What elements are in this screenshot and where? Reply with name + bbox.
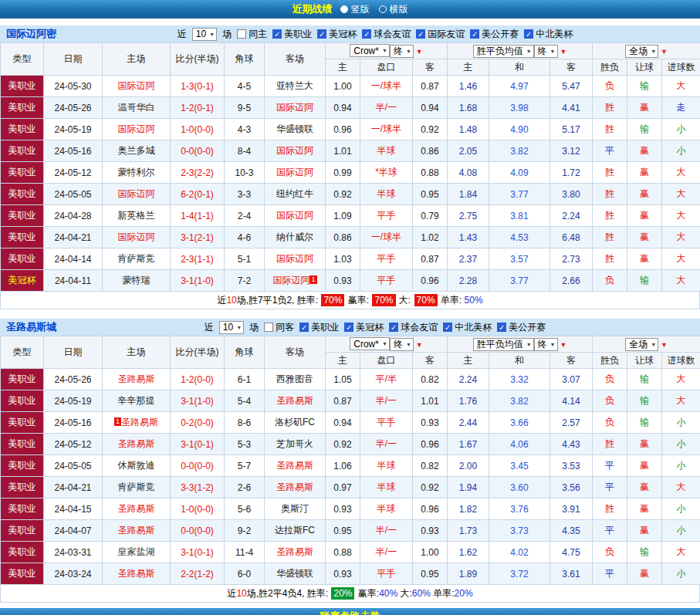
ah-home-odds: 1.00 bbox=[326, 76, 360, 97]
home-team-cell: 温哥华白 bbox=[103, 97, 171, 119]
away-team-cell: 洛杉矶FC bbox=[265, 412, 326, 434]
eu-draw-odds: 3.45 bbox=[489, 455, 550, 477]
eu-home-odds: 1.62 bbox=[448, 542, 489, 563]
ah-handicap: 半球 bbox=[360, 455, 413, 477]
odds-stage-select[interactable]: 终▼ bbox=[534, 338, 558, 351]
checkbox-icon bbox=[237, 29, 246, 39]
odds-type-select[interactable]: 胜平负均值▼ bbox=[473, 45, 534, 58]
league-filter[interactable]: ✓美公开赛 bbox=[497, 321, 546, 334]
league-filter[interactable]: ✓中北美杯 bbox=[443, 321, 492, 334]
recent-count-select[interactable]: 10▼ bbox=[192, 28, 217, 41]
league-filter[interactable]: ✓国际友谊 bbox=[416, 28, 465, 41]
ah-home-odds: 1.06 bbox=[326, 455, 360, 477]
corners-cell: 9-2 bbox=[225, 520, 265, 542]
col-header: 客场 bbox=[265, 336, 326, 369]
dropdown-arrow-icon: ▼ bbox=[550, 49, 556, 54]
goals-result-cell: 大 bbox=[662, 76, 700, 97]
date-cell: 24-04-11 bbox=[44, 270, 103, 292]
ah-handicap: 半/一 bbox=[360, 434, 413, 455]
home-team-cell: 圣路易斯 bbox=[103, 563, 171, 585]
sort-arrow-icon[interactable]: ▼ bbox=[661, 48, 668, 56]
goals-result-cell: 大 bbox=[662, 369, 700, 390]
period-select[interactable]: 全场▼ bbox=[625, 338, 658, 351]
odds-type-select[interactable]: 胜平负均值▼ bbox=[473, 338, 534, 351]
odds-group-header: 胜平负均值▼终▼▼ bbox=[448, 336, 593, 353]
away-team-cell: 圣路易斯 bbox=[265, 455, 326, 477]
bookmaker-select[interactable]: Crow*▼ bbox=[350, 44, 390, 57]
dropdown-arrow-icon: ▼ bbox=[382, 48, 387, 53]
sort-arrow-icon[interactable]: ▼ bbox=[560, 341, 567, 349]
home-team-cell: 新英格兰 bbox=[103, 205, 171, 227]
goals-result-cell: 大 bbox=[662, 184, 700, 205]
home-team-cell: 奥兰多城 bbox=[103, 140, 171, 162]
odds-group-header: Crow*▼终▼▼ bbox=[326, 336, 448, 353]
handicap-result-cell: 输 bbox=[627, 542, 662, 563]
table-row: 美职业24-05-05休斯敦迪0-0(0-0)5-7圣路易斯1.06半球0.82… bbox=[1, 455, 700, 477]
odds-stage-select[interactable]: 终▼ bbox=[390, 338, 414, 351]
league-filter[interactable]: ✓美职业 bbox=[272, 28, 312, 41]
select-value: 全场 bbox=[629, 338, 648, 351]
handicap-result-cell: 赢 bbox=[627, 248, 662, 270]
sub-col-header: 主 bbox=[326, 353, 360, 369]
league-cell: 美职业 bbox=[1, 184, 44, 205]
eu-draw-odds: 4.90 bbox=[489, 119, 550, 140]
filter-controls: 近10▼场同客✓美职业✓美冠杯✓球会友谊✓中北美杯✓美公开赛 bbox=[56, 321, 694, 334]
ah-home-odds: 1.09 bbox=[326, 205, 360, 227]
sort-arrow-icon[interactable]: ▼ bbox=[416, 341, 423, 349]
date-cell: 24-04-14 bbox=[44, 248, 103, 270]
away-team-cell: 华盛顿联 bbox=[265, 563, 326, 585]
ah-home-odds: 1.05 bbox=[326, 369, 360, 390]
date-cell: 24-04-28 bbox=[44, 205, 103, 227]
league-filter[interactable]: ✓美冠杯 bbox=[317, 28, 357, 41]
corners-cell: 5-6 bbox=[225, 498, 265, 520]
view-options: 竖版横版 bbox=[340, 3, 408, 16]
handicap-result-cell: 赢 bbox=[627, 563, 662, 585]
away-team-cell: 纽约红牛 bbox=[265, 184, 326, 205]
sort-arrow-icon[interactable]: ▼ bbox=[661, 341, 668, 349]
sub-col-header: 盘口 bbox=[360, 353, 413, 369]
corners-cell: 6-1 bbox=[225, 369, 265, 390]
team-name: 蒙特瑞 bbox=[123, 275, 150, 286]
results-table: 类型日期主场比分(半场)角球客场Crow*▼终▼▼胜平负均值▼终▼▼全场▼▼主盘… bbox=[0, 42, 700, 292]
league-cell: 美职业 bbox=[1, 205, 44, 227]
same-venue-filter[interactable]: 同主 bbox=[237, 28, 267, 41]
view-option[interactable]: 横版 bbox=[379, 3, 408, 16]
league-filter[interactable]: ✓球会友谊 bbox=[362, 28, 411, 41]
team-name: 达拉斯FC bbox=[275, 525, 315, 536]
eu-home-odds: 2.44 bbox=[448, 412, 489, 434]
goals-result-cell: 大 bbox=[662, 390, 700, 412]
col-header: 类型 bbox=[1, 43, 44, 76]
eu-home-odds: 2.75 bbox=[448, 205, 489, 227]
table-row: 美职业24-05-161圣路易斯0-2(0-0)8-6洛杉矶FC0.94平手0.… bbox=[1, 412, 700, 434]
select-value: 10 bbox=[223, 322, 233, 333]
league-filter[interactable]: ✓球会友谊 bbox=[389, 321, 438, 334]
team-name: 圣路易斯 bbox=[121, 417, 158, 427]
league-filter[interactable]: ✓中北美杯 bbox=[524, 28, 573, 41]
table-row: 美职业24-04-28新英格兰1-4(1-1)2-4国际迈阿1.09平手0.79… bbox=[1, 205, 700, 227]
league-filter[interactable]: ✓美冠杯 bbox=[344, 321, 384, 334]
recent-count-select[interactable]: 10▼ bbox=[219, 321, 244, 334]
bookmaker-select[interactable]: Crow*▼ bbox=[350, 337, 390, 350]
goals-result-cell: 大 bbox=[662, 162, 700, 184]
sub-col-header: 和 bbox=[489, 353, 550, 369]
sort-arrow-icon[interactable]: ▼ bbox=[560, 48, 567, 56]
league-filter[interactable]: ✓美公开赛 bbox=[470, 28, 519, 41]
select-value: 胜平负均值 bbox=[477, 338, 523, 351]
result-cell: 胜 bbox=[593, 227, 627, 248]
col-header: 客场 bbox=[265, 43, 326, 76]
corners-cell: 2-4 bbox=[225, 205, 265, 227]
away-team-cell: 国际迈阿 bbox=[265, 140, 326, 162]
ah-away-odds: 0.96 bbox=[413, 434, 448, 455]
view-option[interactable]: 竖版 bbox=[340, 3, 370, 16]
odds-stage-select[interactable]: 终▼ bbox=[534, 45, 558, 58]
same-venue-filter[interactable]: 同客 bbox=[264, 321, 294, 334]
team-name: 华盛顿联 bbox=[276, 568, 313, 579]
period-select[interactable]: 全场▼ bbox=[625, 45, 658, 58]
team-name: 国际迈阿 bbox=[276, 210, 313, 221]
odds-stage-select[interactable]: 终▼ bbox=[390, 45, 414, 58]
sort-arrow-icon[interactable]: ▼ bbox=[416, 48, 423, 56]
home-team-cell: 国际迈阿 bbox=[103, 76, 171, 97]
dropdown-arrow-icon: ▼ bbox=[406, 342, 411, 347]
ah-home-odds: 0.95 bbox=[326, 520, 360, 542]
league-filter[interactable]: ✓美职业 bbox=[299, 321, 339, 334]
